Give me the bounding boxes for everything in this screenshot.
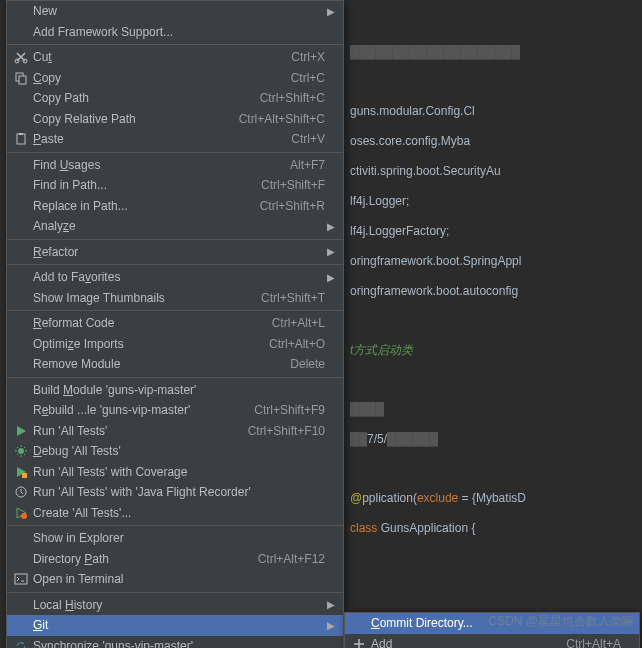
menu-item-label: Paste bbox=[31, 132, 283, 146]
menu-item-copy[interactable]: CopyCtrl+C bbox=[7, 68, 343, 89]
menu-item-label: Reformat Code bbox=[31, 316, 264, 330]
paste-icon bbox=[11, 132, 31, 146]
svg-point-9 bbox=[21, 513, 27, 519]
menu-shortcut: Ctrl+Alt+L bbox=[264, 316, 325, 330]
menu-item-label: Copy bbox=[31, 71, 283, 85]
svg-point-6 bbox=[18, 448, 24, 454]
menu-item-label: Optimize Imports bbox=[31, 337, 261, 351]
menu-item-add-framework-support[interactable]: Add Framework Support... bbox=[7, 22, 343, 43]
menu-item-label: Directory Path bbox=[31, 552, 250, 566]
menu-item-rebuild-le-guns-vip-master[interactable]: Rebuild ...le 'guns-vip-master'Ctrl+Shif… bbox=[7, 400, 343, 421]
submenu-arrow-icon: ▶ bbox=[325, 620, 335, 631]
menu-item-label: Run 'All Tests' with Coverage bbox=[31, 465, 325, 479]
menu-item-label: Create 'All Tests'... bbox=[31, 506, 325, 520]
menu-item-show-image-thumbnails[interactable]: Show Image ThumbnailsCtrl+Shift+T bbox=[7, 288, 343, 309]
menu-shortcut: Ctrl+Shift+F9 bbox=[246, 403, 325, 417]
run-icon bbox=[11, 424, 31, 438]
menu-item-refactor[interactable]: Refactor▶ bbox=[7, 242, 343, 263]
menu-item-label: Add Framework Support... bbox=[31, 25, 325, 39]
menu-shortcut: Ctrl+C bbox=[283, 71, 325, 85]
menu-separator bbox=[7, 264, 343, 265]
menu-item-debug-all-tests[interactable]: Debug 'All Tests' bbox=[7, 441, 343, 462]
menu-item-label: Add to Favorites bbox=[31, 270, 325, 284]
menu-item-label: Remove Module bbox=[31, 357, 282, 371]
menu-item-run-all-tests-with-java-flight-recorder[interactable]: Run 'All Tests' with 'Java Flight Record… bbox=[7, 482, 343, 503]
svg-rect-3 bbox=[19, 76, 26, 84]
watermark: CSDN @星星也会数人类嘛 bbox=[488, 613, 634, 630]
menu-item-synchronize-guns-vip-master[interactable]: Synchronize 'guns-vip-master' bbox=[7, 636, 343, 649]
menu-item-label: Add bbox=[369, 637, 558, 648]
menu-item-create-all-tests[interactable]: Create 'All Tests'... bbox=[7, 503, 343, 524]
menu-shortcut: Ctrl+Shift+T bbox=[253, 291, 325, 305]
menu-item-open-in-terminal[interactable]: Open in Terminal bbox=[7, 569, 343, 590]
menu-item-run-all-tests-with-coverage[interactable]: Run 'All Tests' with Coverage bbox=[7, 462, 343, 483]
menu-item-replace-in-path[interactable]: Replace in Path...Ctrl+Shift+R bbox=[7, 196, 343, 217]
menu-item-label: Copy Path bbox=[31, 91, 252, 105]
svg-rect-7 bbox=[22, 473, 27, 478]
menu-shortcut: Ctrl+Shift+R bbox=[252, 199, 325, 213]
menu-item-label: Cut bbox=[31, 50, 283, 64]
menu-separator bbox=[7, 592, 343, 593]
coverage-icon bbox=[11, 465, 31, 479]
menu-shortcut: Ctrl+Alt+F12 bbox=[250, 552, 325, 566]
svg-rect-5 bbox=[19, 133, 23, 135]
menu-item-find-usages[interactable]: Find UsagesAlt+F7 bbox=[7, 155, 343, 176]
create-icon bbox=[11, 506, 31, 520]
menu-item-analyze[interactable]: Analyze▶ bbox=[7, 216, 343, 237]
menu-item-label: Replace in Path... bbox=[31, 199, 252, 213]
sync-icon bbox=[11, 639, 31, 648]
svg-rect-10 bbox=[15, 574, 27, 584]
menu-item-show-in-explorer[interactable]: Show in Explorer bbox=[7, 528, 343, 549]
obscured-text: ████████████████████ bbox=[350, 45, 520, 59]
menu-item-find-in-path[interactable]: Find in Path...Ctrl+Shift+F bbox=[7, 175, 343, 196]
menu-item-add[interactable]: AddCtrl+Alt+A bbox=[345, 634, 639, 649]
menu-item-label: Show in Explorer bbox=[31, 531, 325, 545]
svg-rect-4 bbox=[17, 134, 25, 144]
context-menu[interactable]: New▶Add Framework Support...CutCtrl+XCop… bbox=[6, 0, 344, 648]
menu-item-remove-module[interactable]: Remove ModuleDelete bbox=[7, 354, 343, 375]
menu-item-run-all-tests[interactable]: Run 'All Tests'Ctrl+Shift+F10 bbox=[7, 421, 343, 442]
menu-separator bbox=[7, 310, 343, 311]
menu-separator bbox=[7, 239, 343, 240]
menu-item-paste[interactable]: PasteCtrl+V bbox=[7, 129, 343, 150]
menu-item-reformat-code[interactable]: Reformat CodeCtrl+Alt+L bbox=[7, 313, 343, 334]
submenu-arrow-icon: ▶ bbox=[325, 221, 335, 232]
submenu-arrow-icon: ▶ bbox=[325, 246, 335, 257]
submenu-arrow-icon: ▶ bbox=[325, 599, 335, 610]
menu-item-build-module-guns-vip-master[interactable]: Build Module 'guns-vip-master' bbox=[7, 380, 343, 401]
menu-item-copy-path[interactable]: Copy PathCtrl+Shift+C bbox=[7, 88, 343, 109]
menu-shortcut: Ctrl+Alt+Shift+C bbox=[231, 112, 325, 126]
menu-shortcut: Ctrl+Shift+F10 bbox=[240, 424, 325, 438]
menu-item-label: Find Usages bbox=[31, 158, 282, 172]
menu-item-cut[interactable]: CutCtrl+X bbox=[7, 47, 343, 68]
menu-shortcut: Delete bbox=[282, 357, 325, 371]
menu-shortcut: Ctrl+V bbox=[283, 132, 325, 146]
menu-item-label: Build Module 'guns-vip-master' bbox=[31, 383, 325, 397]
menu-item-directory-path[interactable]: Directory PathCtrl+Alt+F12 bbox=[7, 549, 343, 570]
menu-item-label: Git bbox=[31, 618, 325, 632]
submenu-arrow-icon: ▶ bbox=[325, 272, 335, 283]
menu-item-label: Show Image Thumbnails bbox=[31, 291, 253, 305]
cut-icon bbox=[11, 50, 31, 64]
menu-shortcut: Ctrl+Shift+C bbox=[252, 91, 325, 105]
menu-item-label: Run 'All Tests' bbox=[31, 424, 240, 438]
menu-item-new[interactable]: New▶ bbox=[7, 1, 343, 22]
copy-icon bbox=[11, 71, 31, 85]
menu-shortcut: Ctrl+Alt+A bbox=[558, 637, 621, 648]
menu-item-optimize-imports[interactable]: Optimize ImportsCtrl+Alt+O bbox=[7, 334, 343, 355]
menu-item-label: Run 'All Tests' with 'Java Flight Record… bbox=[31, 485, 325, 499]
terminal-icon bbox=[11, 572, 31, 586]
menu-item-copy-relative-path[interactable]: Copy Relative PathCtrl+Alt+Shift+C bbox=[7, 109, 343, 130]
submenu-arrow-icon: ▶ bbox=[325, 6, 335, 17]
menu-item-label: Debug 'All Tests' bbox=[31, 444, 325, 458]
menu-item-label: Open in Terminal bbox=[31, 572, 325, 586]
menu-item-label: Find in Path... bbox=[31, 178, 253, 192]
menu-shortcut: Ctrl+Alt+O bbox=[261, 337, 325, 351]
menu-separator bbox=[7, 377, 343, 378]
menu-item-label: New bbox=[31, 4, 325, 18]
menu-separator bbox=[7, 152, 343, 153]
menu-item-add-to-favorites[interactable]: Add to Favorites▶ bbox=[7, 267, 343, 288]
menu-item-git[interactable]: Git▶ bbox=[7, 615, 343, 636]
menu-shortcut: Alt+F7 bbox=[282, 158, 325, 172]
menu-item-local-history[interactable]: Local History▶ bbox=[7, 595, 343, 616]
